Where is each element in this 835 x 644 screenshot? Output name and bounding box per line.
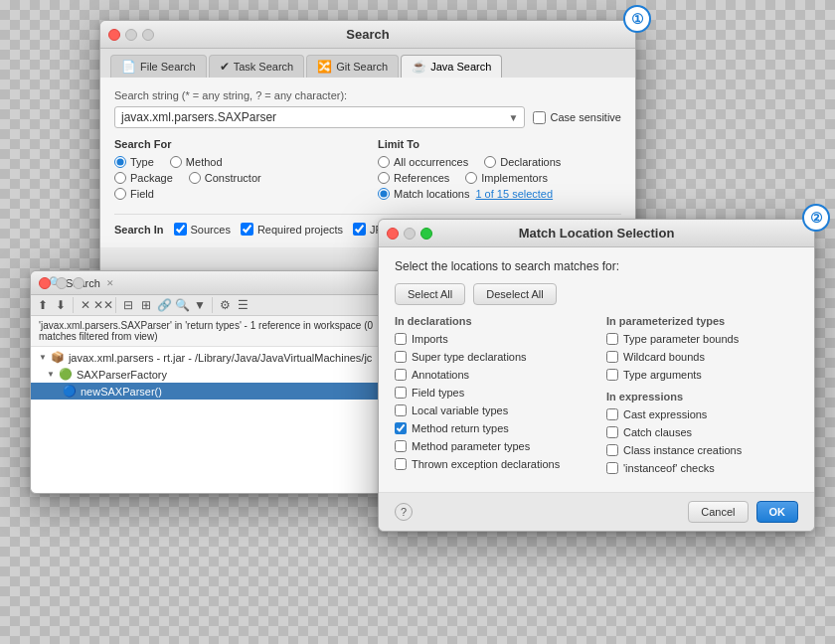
tab-file-search[interactable]: 📄 File Search: [110, 55, 207, 78]
check-annotations[interactable]: Annotations: [395, 369, 586, 381]
minimize-button[interactable]: [125, 29, 137, 41]
check-field-types[interactable]: Field types: [395, 387, 586, 399]
cast-expr-checkbox[interactable]: [606, 408, 618, 420]
sources-checkbox[interactable]: [174, 223, 187, 236]
instanceof-checkbox[interactable]: [606, 462, 618, 474]
check-type-param-bounds[interactable]: Type parameter bounds: [606, 333, 798, 345]
check-instanceof[interactable]: 'instanceof' checks: [606, 462, 798, 474]
match-dialog-min[interactable]: [404, 228, 416, 240]
menu-icon[interactable]: ☰: [235, 297, 250, 313]
check-catch-clauses[interactable]: Catch clauses: [606, 426, 798, 438]
method-return-checkbox[interactable]: [395, 422, 407, 434]
check-type-args[interactable]: Type arguments: [606, 369, 798, 381]
radio-method[interactable]: Method: [170, 156, 223, 168]
radio-all-occurrences[interactable]: All occurrences: [378, 156, 468, 168]
radio-ref-input[interactable]: [378, 172, 390, 184]
check-imports[interactable]: Imports: [395, 333, 586, 345]
match-locations-link[interactable]: 1 of 15 selected: [475, 188, 553, 200]
search-string-combo[interactable]: javax.xml.parsers.SAXParser ▼: [114, 106, 525, 128]
ok-button[interactable]: OK: [756, 501, 799, 523]
radio-field-input[interactable]: [114, 188, 126, 200]
results-min-button[interactable]: [56, 277, 68, 289]
match-dialog-title: Match Location Selection: [519, 226, 675, 241]
annotations-checkbox[interactable]: [395, 369, 407, 381]
limit-to-group: Limit To All occurrences Declarations Re…: [378, 138, 621, 204]
nav-down-icon[interactable]: ⬇: [53, 297, 69, 313]
type-args-checkbox[interactable]: [606, 369, 618, 381]
tab-task-search[interactable]: ✔ Task Search: [209, 55, 305, 78]
tree-item-package[interactable]: ▼ 📦 javax.xml.parsers - rt.jar - /Librar…: [31, 349, 417, 366]
radio-all-occ-input[interactable]: [378, 156, 390, 168]
close-button[interactable]: [108, 29, 120, 41]
radio-type-input[interactable]: [114, 156, 126, 168]
radio-decl-input[interactable]: [484, 156, 496, 168]
settings-icon[interactable]: ⚙: [217, 297, 233, 313]
tab-file-search-label: File Search: [140, 61, 196, 73]
catch-clauses-checkbox[interactable]: [606, 426, 618, 438]
tree-item-method[interactable]: 🔵 newSAXParser(): [31, 383, 417, 400]
cancel-button[interactable]: Cancel: [688, 501, 748, 523]
local-var-checkbox[interactable]: [395, 404, 407, 416]
tab-git-search[interactable]: 🔀 Git Search: [306, 55, 399, 78]
nav-up-icon[interactable]: ⬆: [35, 297, 51, 313]
radio-package[interactable]: Package: [114, 172, 173, 184]
check-method-param[interactable]: Method parameter types: [395, 440, 586, 452]
tree-item-class[interactable]: ▼ 🟢 SAXParserFactory: [31, 366, 417, 383]
match-dialog-columns: In declarations Imports Super type decla…: [395, 315, 798, 480]
radio-declarations[interactable]: Declarations: [484, 156, 561, 168]
check-class-instance[interactable]: Class instance creations: [606, 444, 798, 456]
results-tab-close-icon[interactable]: ✕: [106, 278, 114, 288]
radio-package-input[interactable]: [114, 172, 126, 184]
radio-impl-input[interactable]: [465, 172, 477, 184]
imports-checkbox[interactable]: [395, 333, 407, 345]
thrown-exception-checkbox[interactable]: [395, 458, 407, 470]
super-type-checkbox[interactable]: [395, 351, 407, 363]
radio-implementors[interactable]: Implementors: [465, 172, 548, 184]
remove-all-icon[interactable]: ✕✕: [95, 297, 111, 313]
results-close-button[interactable]: [39, 277, 51, 289]
results-tree: ▼ 📦 javax.xml.parsers - rt.jar - /Librar…: [31, 347, 417, 402]
check-thrown-exception[interactable]: Thrown exception declarations: [395, 458, 586, 470]
radio-constructor[interactable]: Constructor: [189, 172, 261, 184]
jre-libraries-checkbox[interactable]: [353, 223, 366, 236]
field-types-checkbox[interactable]: [395, 387, 407, 399]
radio-references[interactable]: References: [378, 172, 449, 184]
case-sensitive-checkbox[interactable]: [533, 111, 546, 124]
deselect-all-button[interactable]: Deselect All: [473, 283, 556, 305]
check-wildcard-bounds[interactable]: Wildcard bounds: [606, 351, 798, 363]
link-icon[interactable]: 🔗: [156, 297, 172, 313]
class-instance-checkbox[interactable]: [606, 444, 618, 456]
radio-method-input[interactable]: [170, 156, 182, 168]
required-projects-checkbox[interactable]: [241, 223, 253, 236]
radio-constructor-input[interactable]: [189, 172, 201, 184]
help-button[interactable]: ?: [395, 503, 413, 521]
limit-to-row2: References Implementors: [378, 172, 621, 184]
check-local-var[interactable]: Local variable types: [395, 404, 586, 416]
radio-match-locations[interactable]: Match locations: [378, 188, 469, 200]
type-param-bounds-checkbox[interactable]: [606, 333, 618, 345]
results-toolbar: ⬆ ⬇ ✕ ✕✕ ⊟ ⊞ 🔗 🔍 ▼ ⚙ ☰: [31, 295, 417, 316]
radio-field[interactable]: Field: [114, 188, 154, 200]
radio-match-loc-input[interactable]: [378, 188, 390, 200]
check-cast-expr[interactable]: Cast expressions: [606, 408, 798, 420]
check-method-return[interactable]: Method return types: [395, 422, 586, 434]
method-icon: 🔵: [63, 385, 77, 398]
collapse-icon[interactable]: ⊟: [120, 297, 136, 313]
remove-icon[interactable]: ✕: [78, 297, 93, 313]
filter-icon[interactable]: ▼: [192, 297, 208, 313]
search-again-icon[interactable]: 🔍: [174, 297, 190, 313]
tree-class-label: SAXParserFactory: [77, 369, 167, 381]
radio-type[interactable]: Type: [114, 156, 154, 168]
wildcard-bounds-checkbox[interactable]: [606, 351, 618, 363]
search-string-row: javax.xml.parsers.SAXParser ▼ Case sensi…: [114, 106, 621, 128]
check-super-type[interactable]: Super type declarations: [395, 351, 586, 363]
method-param-checkbox[interactable]: [395, 440, 407, 452]
expand-icon[interactable]: ⊞: [138, 297, 154, 313]
select-all-button[interactable]: Select All: [395, 283, 465, 305]
maximize-button[interactable]: [142, 29, 154, 41]
match-dialog-max[interactable]: [420, 228, 432, 240]
match-dialog-title-bar: Match Location Selection: [379, 220, 814, 247]
match-dialog-close[interactable]: [387, 228, 399, 240]
tab-java-search[interactable]: ☕ Java Search: [401, 55, 502, 78]
results-max-button[interactable]: [73, 277, 84, 289]
